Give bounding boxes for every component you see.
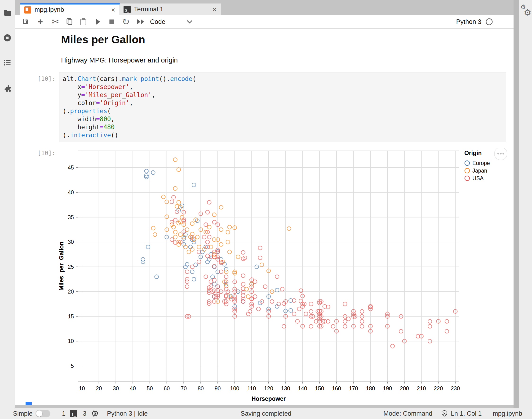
close-icon[interactable]: ×: [111, 6, 115, 13]
restart-kernel-icon[interactable]: ↻: [121, 17, 131, 27]
cell-collapser-indicator[interactable]: [26, 402, 32, 405]
svg-text:45: 45: [68, 165, 74, 171]
notebook-toolbar: + ✂ ↻ Code Python 3: [15, 15, 514, 29]
close-icon[interactable]: ×: [212, 6, 217, 13]
svg-text:35: 35: [68, 214, 74, 220]
svg-text:160: 160: [332, 385, 341, 392]
cell-type-dropdown[interactable]: Code: [150, 17, 205, 26]
stop-kernel-button[interactable]: [106, 17, 117, 27]
tab-label: mpg.ipynb: [35, 6, 64, 13]
svg-text:80: 80: [198, 385, 204, 392]
svg-text:15: 15: [68, 314, 74, 320]
input-prompt: [10]:: [25, 75, 55, 82]
running-sessions-icon[interactable]: [3, 34, 12, 42]
svg-text:40: 40: [68, 189, 74, 196]
tab-terminal-1[interactable]: $_ Terminal 1 ×: [120, 3, 221, 15]
kernel-name: Python 3: [456, 18, 481, 26]
file-browser-icon[interactable]: [3, 9, 12, 17]
tab-mpg-notebook[interactable]: mpg.ipynb ×: [20, 3, 120, 15]
svg-text:25: 25: [68, 264, 74, 270]
svg-text:120: 120: [264, 385, 273, 392]
markdown-subtitle: Highway MPG: Horsepower and origin: [61, 56, 178, 64]
svg-text:30: 30: [68, 239, 74, 245]
svg-text:5: 5: [71, 363, 74, 369]
save-button[interactable]: [20, 17, 31, 27]
svg-text:20: 20: [96, 385, 102, 392]
jupyterlab-window: mpg.ipynb × $_ Terminal 1 × + ✂ ↻ Code: [0, 0, 532, 419]
code-editor[interactable]: alt.Chart(cars).mark_point().encode( x='…: [63, 75, 196, 139]
run-cell-button[interactable]: [93, 17, 103, 27]
svg-text:130: 130: [281, 385, 290, 392]
svg-text:10: 10: [79, 385, 85, 392]
svg-text:Japan: Japan: [472, 168, 487, 174]
svg-text:200: 200: [400, 385, 409, 392]
svg-text:20: 20: [68, 288, 74, 295]
right-sidebar: ⚙⚙: [519, 0, 532, 419]
svg-text:140: 140: [298, 385, 307, 392]
copy-cells-button[interactable]: [64, 17, 75, 27]
svg-text:Miles_per_Gallon: Miles_per_Gallon: [58, 241, 65, 290]
svg-text:Origin: Origin: [464, 150, 482, 156]
svg-text:100: 100: [230, 385, 239, 392]
kernel-switcher[interactable]: Python 3: [456, 17, 493, 26]
table-of-contents-icon[interactable]: [3, 58, 12, 67]
statusbar-filename: mpg.ipynb: [493, 408, 522, 419]
markdown-title: Miles per Gallon: [61, 33, 145, 46]
svg-text:180: 180: [366, 385, 375, 392]
chevron-down-icon: [187, 20, 192, 24]
svg-text:Horsepower: Horsepower: [252, 395, 286, 402]
status-bar: Simple 1 $_ 3 Python 3 | Idle Saving com…: [0, 408, 532, 419]
svg-text:90: 90: [215, 385, 221, 392]
svg-text:150: 150: [315, 385, 324, 392]
cut-cells-button[interactable]: ✂: [50, 17, 61, 27]
svg-text:220: 220: [434, 385, 443, 392]
svg-text:Europe: Europe: [472, 160, 490, 166]
svg-text:210: 210: [417, 385, 426, 392]
svg-text:60: 60: [164, 385, 170, 392]
terminal-file-icon: $_: [124, 6, 131, 13]
notebook-file-icon: [24, 6, 31, 13]
paste-cells-button[interactable]: [78, 17, 89, 27]
svg-text:40: 40: [130, 385, 136, 392]
extensions-icon[interactable]: [3, 84, 12, 93]
run-all-cells-button[interactable]: [135, 17, 146, 27]
trust-shield-icon[interactable]: [441, 408, 448, 419]
tab-label: Terminal 1: [134, 6, 164, 13]
activity-bar: [0, 0, 15, 408]
svg-text:70: 70: [181, 385, 187, 392]
svg-text:50: 50: [147, 385, 153, 392]
svg-text:30: 30: [113, 385, 119, 392]
svg-text:170: 170: [349, 385, 358, 392]
cursor-position[interactable]: Ln 1, Col 1: [451, 408, 482, 419]
command-mode-indicator[interactable]: Mode: Command: [383, 408, 432, 419]
svg-text:230: 230: [451, 385, 460, 392]
altair-scatter-chart[interactable]: 1020304050607080901001101201301401501601…: [36, 148, 509, 405]
cell-type-value: Code: [150, 18, 165, 26]
insert-cell-button[interactable]: +: [35, 17, 45, 27]
svg-text:USA: USA: [472, 175, 484, 181]
svg-text:110: 110: [247, 385, 256, 392]
vertical-scrollbar[interactable]: [514, 0, 519, 408]
kernel-status-icon: [485, 18, 493, 26]
svg-text:10: 10: [68, 338, 74, 344]
code-cell[interactable]: alt.Chart(cars).mark_point().encode( x='…: [59, 72, 506, 142]
svg-text:190: 190: [383, 385, 392, 392]
